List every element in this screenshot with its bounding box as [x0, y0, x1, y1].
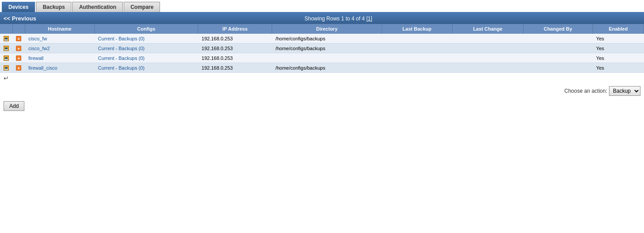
- rss-icon[interactable]: ★: [16, 36, 21, 41]
- prev-link[interactable]: << Previous: [4, 15, 36, 22]
- row-icon1-cell: 💻: [0, 53, 12, 63]
- hostname-link[interactable]: cisco_fw: [28, 36, 47, 41]
- col-last-change: Last Change: [452, 24, 523, 34]
- hostname-link[interactable]: firewall: [28, 55, 43, 61]
- table-row: 💻★firewallCurrent - Backups (0)192.168.0…: [0, 53, 644, 63]
- add-button[interactable]: Add: [4, 101, 24, 111]
- col-icon1: [0, 24, 12, 34]
- row-icon1-cell: 💻: [0, 34, 12, 43]
- col-directory: Directory: [272, 24, 382, 34]
- select-all-row: ↵: [0, 73, 644, 83]
- row-hostname: cisco_fw: [25, 34, 94, 43]
- row-ip-address: 192.168.0.253: [198, 53, 272, 63]
- row-icon1-cell: 💻: [0, 63, 12, 73]
- device-icon[interactable]: 💻: [4, 46, 9, 51]
- tab-bar: Devices Backups Authentication Compare: [0, 0, 644, 13]
- action-select[interactable]: Backup Delete Enable Disable: [609, 86, 640, 96]
- row-last-backup: [382, 53, 452, 63]
- row-configs: Current - Backups (0): [94, 43, 198, 53]
- tab-devices[interactable]: Devices: [2, 2, 35, 12]
- row-icon2-cell: ★: [12, 43, 25, 53]
- row-enabled: Yes: [593, 43, 644, 53]
- row-directory: /home/configs/backups: [272, 63, 382, 73]
- nav-header: << Previous Showing Rows 1 to 4 of 4 [1]: [0, 13, 644, 24]
- col-ip-address: IP Address: [198, 24, 272, 34]
- action-label: Choose an action:: [564, 88, 607, 94]
- row-last-backup: [382, 43, 452, 53]
- configs-link[interactable]: Current - Backups (0): [98, 65, 144, 71]
- action-area: Choose an action: Backup Delete Enable D…: [0, 83, 644, 99]
- row-icon1-cell: 💻: [0, 43, 12, 53]
- select-all-icon: ↵: [4, 75, 9, 82]
- row-hostname: firewall_cisco: [25, 63, 94, 73]
- table-row: 💻★cisco_fwCurrent - Backups (0)192.168.0…: [0, 34, 644, 43]
- row-icon2-cell: ★: [12, 63, 25, 73]
- row-hostname: firewall: [25, 53, 94, 63]
- row-last-backup: [382, 34, 452, 43]
- tab-backups[interactable]: Backups: [36, 2, 71, 12]
- col-icon2: [12, 24, 25, 34]
- row-changed-by: [523, 63, 593, 73]
- col-hostname: Hostname: [25, 24, 94, 34]
- rss-icon[interactable]: ★: [16, 65, 21, 71]
- row-configs: Current - Backups (0): [94, 53, 198, 63]
- add-area: Add: [0, 99, 644, 114]
- row-configs: Current - Backups (0): [94, 34, 198, 43]
- tab-compare[interactable]: Compare: [124, 2, 160, 12]
- configs-link[interactable]: Current - Backups (0): [98, 46, 144, 51]
- row-directory: /home/configs/backups: [272, 43, 382, 53]
- hostname-link[interactable]: firewall_cisco: [28, 65, 57, 71]
- device-icon[interactable]: 💻: [4, 65, 9, 71]
- tab-authentication[interactable]: Authentication: [72, 2, 123, 12]
- table-header-row: Hostname Configs IP Address Directory La…: [0, 24, 644, 34]
- hostname-link[interactable]: cisco_fw2: [28, 46, 50, 51]
- row-last-change: [452, 43, 523, 53]
- row-icon2-cell: ★: [12, 34, 25, 43]
- row-enabled: Yes: [593, 63, 644, 73]
- row-configs: Current - Backups (0): [94, 63, 198, 73]
- row-ip-address: 192.168.0.253: [198, 63, 272, 73]
- row-directory: /home/configs/backups: [272, 34, 382, 43]
- row-enabled: Yes: [593, 53, 644, 63]
- row-ip-address: 192.168.0.253: [198, 43, 272, 53]
- table-row: 💻★cisco_fw2Current - Backups (0)192.168.…: [0, 43, 644, 53]
- row-info: Showing Rows 1 to 4 of 4 [1]: [36, 16, 640, 22]
- row-ip-address: 192.168.0.253: [198, 34, 272, 43]
- rss-icon[interactable]: ★: [16, 55, 21, 61]
- rss-icon[interactable]: ★: [16, 46, 21, 51]
- configs-link[interactable]: Current - Backups (0): [98, 36, 144, 41]
- devices-table: Hostname Configs IP Address Directory La…: [0, 24, 644, 73]
- row-enabled: Yes: [593, 34, 644, 43]
- row-changed-by: [523, 43, 593, 53]
- row-icon2-cell: ★: [12, 53, 25, 63]
- col-last-backup: Last Backup: [382, 24, 452, 34]
- device-icon[interactable]: 💻: [4, 36, 9, 41]
- row-changed-by: [523, 34, 593, 43]
- col-enabled: Enabled: [593, 24, 644, 34]
- row-hostname: cisco_fw2: [25, 43, 94, 53]
- table-row: 💻★firewall_ciscoCurrent - Backups (0)192…: [0, 63, 644, 73]
- row-changed-by: [523, 53, 593, 63]
- device-icon[interactable]: 💻: [4, 55, 9, 61]
- row-last-change: [452, 63, 523, 73]
- row-last-change: [452, 53, 523, 63]
- configs-link[interactable]: Current - Backups (0): [98, 55, 144, 61]
- row-last-change: [452, 34, 523, 43]
- row-last-backup: [382, 63, 452, 73]
- row-directory: [272, 53, 382, 63]
- col-configs: Configs: [94, 24, 198, 34]
- col-changed-by: Changed By: [523, 24, 593, 34]
